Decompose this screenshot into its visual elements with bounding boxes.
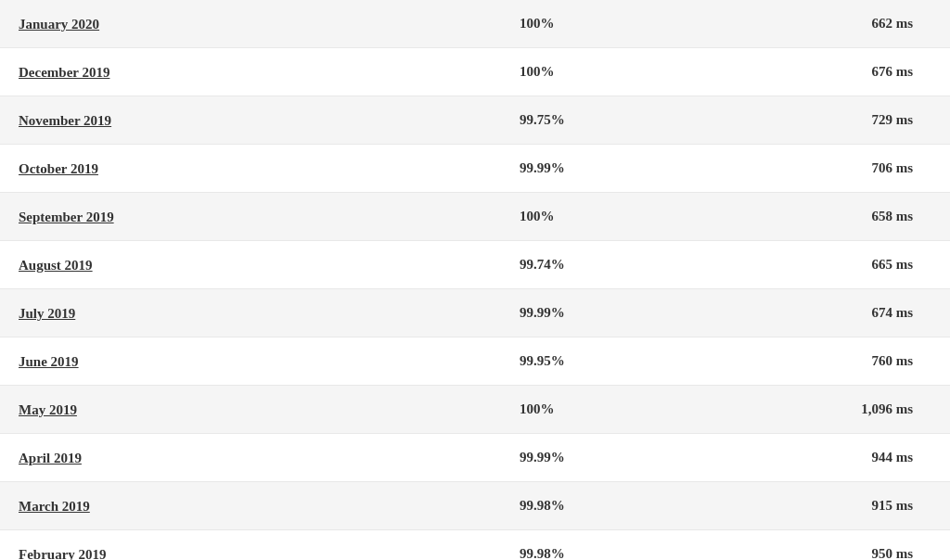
response-time-value: 760 ms: [724, 353, 931, 369]
response-time-value: 662 ms: [724, 16, 931, 32]
response-time-value: 674 ms: [724, 305, 931, 321]
uptime-value: 99.99%: [520, 450, 724, 465]
uptime-value: 100%: [520, 401, 724, 417]
table-row: September 2019100%658 ms: [0, 193, 950, 241]
month-column: December 2019: [19, 64, 520, 81]
month-link[interactable]: January 2020: [19, 17, 99, 32]
response-time-value: 729 ms: [724, 112, 931, 128]
month-link[interactable]: February 2019: [19, 547, 107, 561]
uptime-value: 100%: [520, 16, 724, 32]
uptime-table: January 2020100%662 msDecember 2019100%6…: [0, 0, 950, 560]
response-time-value: 665 ms: [724, 257, 931, 273]
month-link[interactable]: November 2019: [19, 113, 111, 128]
month-column: March 2019: [19, 498, 520, 515]
uptime-value: 100%: [520, 209, 724, 224]
uptime-value: 99.98%: [520, 546, 724, 560]
month-column: November 2019: [19, 112, 520, 129]
response-time-value: 915 ms: [724, 498, 931, 514]
month-column: January 2020: [19, 16, 520, 32]
month-link[interactable]: October 2019: [19, 161, 98, 176]
month-column: April 2019: [19, 450, 520, 466]
month-link[interactable]: December 2019: [19, 65, 109, 80]
response-time-value: 944 ms: [724, 450, 931, 465]
table-row: June 201999.95%760 ms: [0, 337, 950, 386]
month-link[interactable]: August 2019: [19, 258, 93, 273]
table-row: March 201999.98%915 ms: [0, 482, 950, 530]
month-column: October 2019: [19, 160, 520, 177]
month-column: February 2019: [19, 546, 520, 561]
month-link[interactable]: July 2019: [19, 306, 75, 321]
table-row: May 2019100%1,096 ms: [0, 386, 950, 434]
month-column: September 2019: [19, 209, 520, 225]
month-link[interactable]: May 2019: [19, 402, 77, 417]
uptime-value: 99.99%: [520, 305, 724, 321]
table-row: July 201999.99%674 ms: [0, 289, 950, 337]
uptime-value: 99.99%: [520, 160, 724, 176]
table-row: August 201999.74%665 ms: [0, 241, 950, 289]
uptime-value: 99.95%: [520, 353, 724, 369]
uptime-value: 99.74%: [520, 257, 724, 273]
table-row: January 2020100%662 ms: [0, 0, 950, 48]
table-row: November 201999.75%729 ms: [0, 96, 950, 145]
response-time-value: 1,096 ms: [724, 401, 931, 417]
uptime-value: 100%: [520, 64, 724, 80]
uptime-value: 99.98%: [520, 498, 724, 514]
response-time-value: 950 ms: [724, 546, 931, 560]
month-link[interactable]: March 2019: [19, 499, 90, 514]
response-time-value: 676 ms: [724, 64, 931, 80]
uptime-value: 99.75%: [520, 112, 724, 128]
month-column: May 2019: [19, 401, 520, 418]
month-column: July 2019: [19, 305, 520, 322]
month-link[interactable]: April 2019: [19, 451, 82, 465]
month-column: June 2019: [19, 353, 520, 370]
month-column: August 2019: [19, 257, 520, 274]
month-link[interactable]: June 2019: [19, 354, 79, 369]
table-row: October 201999.99%706 ms: [0, 145, 950, 193]
table-row: April 201999.99%944 ms: [0, 434, 950, 482]
month-link[interactable]: September 2019: [19, 210, 114, 224]
table-row: December 2019100%676 ms: [0, 48, 950, 96]
table-row: February 201999.98%950 ms: [0, 530, 950, 560]
response-time-value: 658 ms: [724, 209, 931, 224]
response-time-value: 706 ms: [724, 160, 931, 176]
